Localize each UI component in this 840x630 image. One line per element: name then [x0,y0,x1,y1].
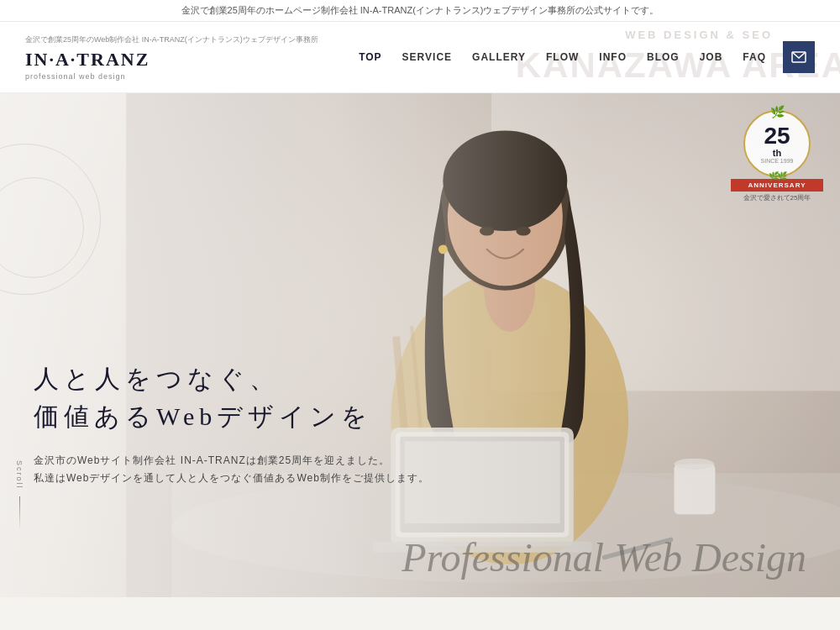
hero-description: 金沢市のWebサイト制作会社 IN-A-TRANZは創業25周年を迎えました。 … [34,452,429,488]
logo-area: 金沢で創業25周年のWeb制作会社 IN-A-TRANZ(インナトランス)ウェブ… [25,34,318,81]
scroll-line [19,496,20,530]
badge-number: 25 [764,124,790,148]
header: 金沢で創業25周年のWeb制作会社 IN-A-TRANZ(インナトランス)ウェブ… [0,22,840,93]
hero-title-line2: 価値あるWebデザインを [34,402,372,430]
nav-item-info[interactable]: INFO [589,45,637,70]
logo-subtitle: 金沢で創業25周年のWeb制作会社 IN-A-TRANZ(インナトランス)ウェブ… [25,34,318,45]
scroll-label: Scroll [15,460,24,490]
hero-desc-line2: 私達はWebデザインを通して人と人をつなぐ価値あるWeb制作をご提供します。 [34,472,429,484]
badge-subtitle: 金沢で愛されて25周年 [731,193,823,202]
hero-section: 🌿 25 th SINCE 1999 🌿🌿 ANNIVERSARY 金沢で愛され… [0,93,840,597]
announcement-text: 金沢で創業25周年のホームページ制作会社 IN-A-TRANZ(インナトランス)… [181,5,659,15]
nav-item-blog[interactable]: BLOG [637,45,690,70]
nav-contact-button[interactable] [783,41,815,73]
bg-text-line1: WEB DESIGN & SEO [625,29,773,41]
hero-overlay [0,93,840,597]
nav-item-faq[interactable]: FAQ [732,45,776,70]
logo-tagline: professional web design [25,72,318,81]
anniversary-badge: 🌿 25 th SINCE 1999 🌿🌿 ANNIVERSARY 金沢で愛され… [731,110,823,202]
badge-anniversary-label: ANNIVERSARY [731,179,823,192]
badge-since: SINCE 1999 [761,158,794,164]
envelope-icon [791,51,806,63]
nav-item-gallery[interactable]: GALLERY [462,45,536,70]
hero-title-line1: 人と人をつなぐ、 [34,365,280,392]
nav-item-top[interactable]: TOP [349,45,391,70]
hero-desc-line1: 金沢市のWebサイト制作会社 IN-A-TRANZは創業25周年を迎えました。 [34,454,390,466]
nav: TOP SERVICE GALLERY FLOW INFO BLOG JOB F… [349,41,815,73]
nav-item-job[interactable]: JOB [690,45,733,70]
announcement-bar: 金沢で創業25周年のホームページ制作会社 IN-A-TRANZ(インナトランス)… [0,0,840,22]
badge-circle: 🌿 25 th SINCE 1999 🌿🌿 [743,110,811,177]
cursive-watermark: Professional Web Design [402,534,806,580]
scroll-indicator: Scroll [15,460,24,530]
nav-item-service[interactable]: SERVICE [392,45,462,70]
badge-th: th [773,148,781,158]
logo[interactable]: IN·A·TRANZ [25,49,318,71]
nav-item-flow[interactable]: FLOW [536,45,589,70]
hero-title: 人と人をつなぐ、 価値あるWebデザインを [34,360,429,435]
hero-content: 人と人をつなぐ、 価値あるWebデザインを 金沢市のWebサイト制作会社 IN-… [34,360,429,488]
